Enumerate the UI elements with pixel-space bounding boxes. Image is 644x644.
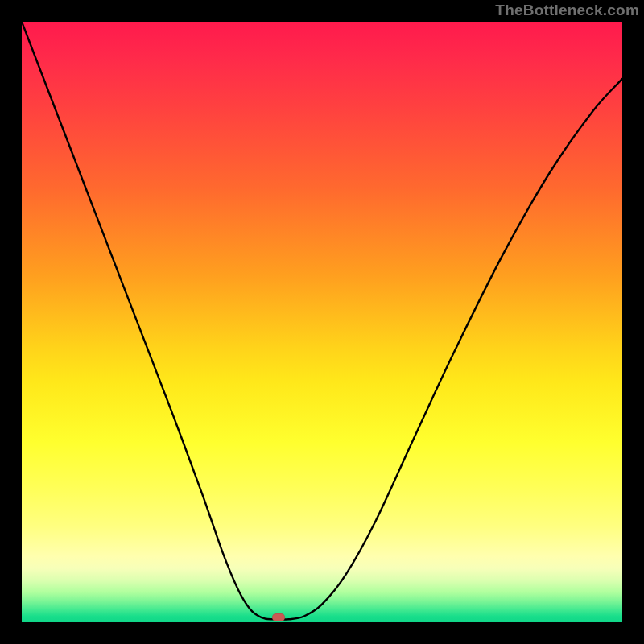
plot-area bbox=[22, 22, 622, 622]
bottleneck-curve bbox=[22, 22, 622, 622]
watermark-text: TheBottleneck.com bbox=[495, 2, 639, 19]
chart-frame: TheBottleneck.com bbox=[0, 0, 644, 644]
optimal-point-marker bbox=[272, 613, 285, 621]
